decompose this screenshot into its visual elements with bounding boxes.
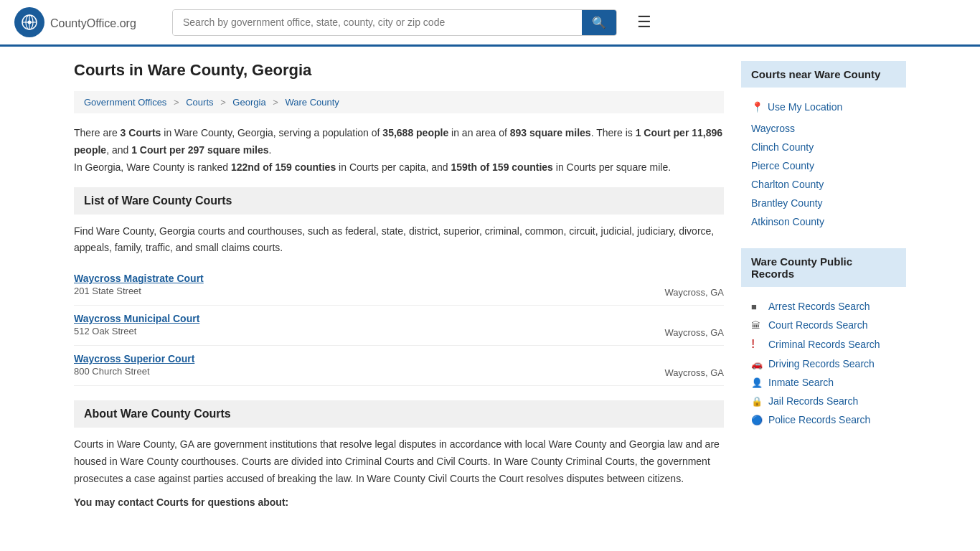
court-link-superior[interactable]: Waycross Superior Court (74, 353, 194, 364)
list-description: Find Ware County, Georgia courts and cou… (74, 223, 724, 255)
pr-driving-row: 🚗 Driving Records Search (751, 354, 896, 373)
sidebar-link-brantley[interactable]: Brantley County (751, 194, 896, 212)
police-records-icon: 🔵 (751, 415, 763, 425)
sidebar-link-pierce[interactable]: Pierce County (751, 156, 896, 175)
arrest-icon: ■ (751, 301, 763, 312)
court-name-municipal: Waycross Municipal Court (74, 313, 609, 324)
logo-text: CountyOffice.org (50, 14, 136, 31)
hamburger-icon: ☰ (637, 13, 651, 31)
sidebar-link-charlton[interactable]: Charlton County (751, 175, 896, 194)
near-courts-title: Courts near Ware County (741, 61, 906, 88)
court-entry-superior: Waycross Superior Court 800 Church Stree… (74, 346, 724, 386)
pr-jail-row: 🔒 Jail Records Search (751, 392, 896, 410)
driving-records-icon: 🚗 (751, 359, 763, 369)
stats-bold-3: 893 square miles (510, 127, 591, 138)
police-records-link[interactable]: Police Records Search (768, 414, 870, 425)
jail-records-link[interactable]: Jail Records Search (768, 395, 858, 407)
court-records-link[interactable]: Court Records Search (768, 319, 868, 331)
stats-bold-7: 159th of 159 counties (451, 161, 553, 173)
about-section-header: About Ware County Courts (74, 400, 724, 428)
criminal-records-link[interactable]: Criminal Records Search (768, 339, 880, 350)
search-button[interactable]: 🔍 (582, 10, 616, 35)
public-records-links: ■ Arrest Records Search 🏛 Court Records … (741, 294, 906, 432)
court-entry-magistrate: Waycross Magistrate Court 201 State Stre… (74, 265, 724, 306)
svg-point-5 (28, 21, 32, 24)
inmate-search-icon: 👤 (751, 377, 763, 388)
stats-text-9: in Courts per square mile. (553, 161, 671, 173)
sidebar-link-atkinson[interactable]: Atkinson County (751, 212, 896, 231)
location-pin-icon: 📍 (751, 101, 763, 113)
search-bar: 🔍 (172, 9, 617, 36)
inmate-search-link[interactable]: Inmate Search (768, 377, 834, 388)
breadcrumb-sep-2: > (220, 97, 226, 108)
menu-button[interactable]: ☰ (631, 10, 657, 34)
use-my-location-link[interactable]: Use My Location (768, 101, 842, 113)
court-link-municipal[interactable]: Waycross Municipal Court (74, 313, 199, 324)
search-input[interactable] (173, 10, 582, 35)
court-name-magistrate: Waycross Magistrate Court (74, 273, 609, 284)
public-records-title: Ware County Public Records (741, 248, 906, 287)
logo-name: CountyOffice (50, 17, 116, 29)
court-address-superior: 800 Church Street (74, 366, 609, 377)
sidebar-link-waycross[interactable]: Waycross (751, 119, 896, 138)
stats-bold-1: 3 Courts (121, 127, 161, 138)
court-address-municipal: 512 Oak Street (74, 326, 609, 336)
stats-block: There are 3 Courts in Ware County, Georg… (74, 125, 724, 176)
court-info-superior: Waycross Superior Court 800 Church Stree… (74, 353, 609, 377)
stats-text-1: There are (74, 127, 121, 138)
court-info-municipal: Waycross Municipal Court 512 Oak Street (74, 313, 609, 336)
pr-inmate-row: 👤 Inmate Search (751, 373, 896, 392)
main-container: Courts in Ware County, Georgia Governmen… (60, 47, 920, 522)
driving-records-link[interactable]: Driving Records Search (768, 358, 875, 369)
breadcrumb-georgia[interactable]: Georgia (232, 97, 265, 108)
logo-icon (14, 7, 44, 37)
list-section-header: List of Ware County Courts (74, 187, 724, 215)
criminal-records-icon: ! (751, 338, 763, 351)
court-info-magistrate: Waycross Magistrate Court 201 State Stre… (74, 273, 609, 296)
court-location-superior: Waycross, GA (609, 353, 724, 378)
stats-text-2: in Ware County, Georgia, serving a popul… (161, 127, 382, 138)
search-icon: 🔍 (592, 17, 606, 29)
about-text: Courts in Ware County, GA are government… (74, 436, 724, 487)
near-courts-links: 📍 Use My Location Waycross Clinch County… (741, 95, 906, 234)
header: CountyOffice.org 🔍 ☰ (0, 0, 980, 47)
breadcrumb-sep-3: > (273, 97, 278, 108)
court-entry-municipal: Waycross Municipal Court 512 Oak Street … (74, 306, 724, 346)
stats-text-5: , and (106, 144, 131, 156)
court-records-icon: 🏛 (751, 320, 763, 331)
stats-bold-5: 1 Court per 297 square miles (131, 144, 268, 156)
page-title: Courts in Ware County, Georgia (74, 61, 724, 80)
stats-text-7: In Georgia, Ware County is ranked (74, 161, 231, 173)
jail-records-icon: 🔒 (751, 396, 763, 407)
logo-area: CountyOffice.org (14, 7, 158, 37)
arrest-records-link[interactable]: Arrest Records Search (768, 301, 870, 312)
pr-police-row: 🔵 Police Records Search (751, 410, 896, 429)
sidebar: Courts near Ware County 📍 Use My Locatio… (741, 61, 906, 508)
stats-text-8: in Courts per capita, and (336, 161, 451, 173)
breadcrumb-govt-offices[interactable]: Government Offices (84, 97, 166, 108)
logo-suffix: .org (116, 17, 136, 29)
stats-bold-6: 122nd of 159 counties (231, 161, 336, 173)
court-location-municipal: Waycross, GA (609, 313, 724, 338)
breadcrumb-sep-1: > (174, 97, 179, 108)
use-my-location-row: 📍 Use My Location (751, 98, 896, 116)
stats-bold-2: 35,688 people (382, 127, 448, 138)
breadcrumb: Government Offices > Courts > Georgia > … (74, 91, 724, 113)
sidebar-link-clinch[interactable]: Clinch County (751, 138, 896, 156)
court-address-magistrate: 201 State Street (74, 286, 609, 296)
court-name-superior: Waycross Superior Court (74, 353, 609, 364)
stats-text-6: . (269, 144, 272, 156)
court-link-magistrate[interactable]: Waycross Magistrate Court (74, 273, 204, 284)
court-location-magistrate: Waycross, GA (609, 273, 724, 298)
pr-arrest-row: ■ Arrest Records Search (751, 297, 896, 316)
pr-criminal-row: ! Criminal Records Search (751, 334, 896, 354)
about-contact-label: You may contact Courts for questions abo… (74, 496, 288, 508)
breadcrumb-ware-county[interactable]: Ware County (285, 97, 339, 108)
about-contact: You may contact Courts for questions abo… (74, 496, 724, 508)
content: Courts in Ware County, Georgia Governmen… (74, 61, 724, 508)
breadcrumb-courts[interactable]: Courts (186, 97, 213, 108)
stats-text-4: . There is (591, 127, 636, 138)
pr-court-row: 🏛 Court Records Search (751, 316, 896, 334)
stats-text-3: in an area of (448, 127, 510, 138)
